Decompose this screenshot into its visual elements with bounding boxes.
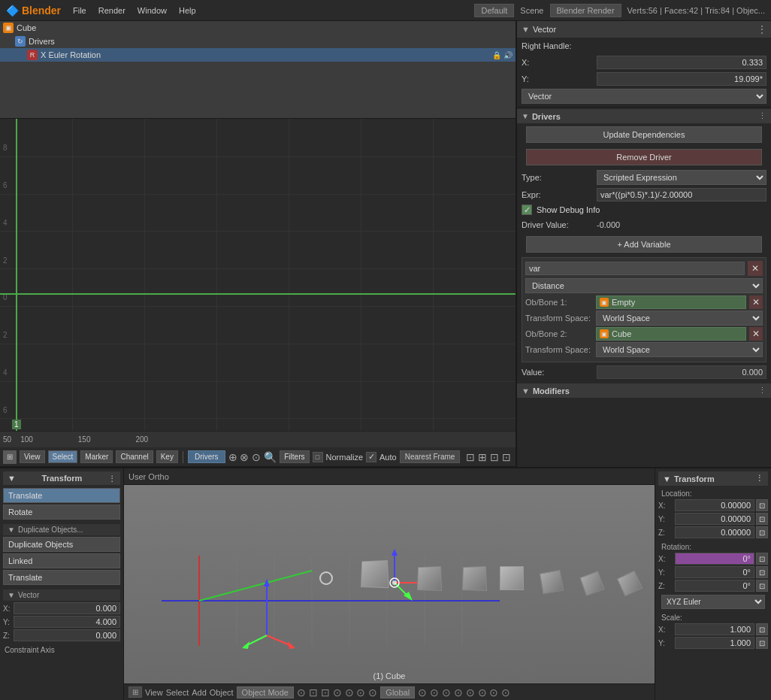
dp-ts2-select[interactable]: World Space	[596, 342, 763, 357]
empty-object	[319, 571, 333, 585]
dp-var-name-input[interactable]	[525, 262, 745, 275]
dp-addvar-wrapper: + Add Variable	[517, 233, 771, 256]
tb-drivers-btn[interactable]: Drivers	[188, 450, 225, 463]
grid-h1	[0, 156, 516, 157]
vf-global[interactable]: Global	[380, 686, 415, 698]
dp-dv-label: Driver Value:	[522, 220, 597, 229]
tb-icon[interactable]: ⊞	[3, 450, 17, 464]
cube-2	[417, 566, 442, 591]
vf-object[interactable]: Object	[210, 688, 234, 697]
dp-remove-btn[interactable]: Remove Driver	[526, 149, 762, 165]
pp-sy-btn[interactable]: ⊡	[756, 637, 768, 649]
grid-h3	[0, 231, 516, 232]
dp-addvar-btn[interactable]: + Add Variable	[526, 236, 762, 253]
dp-var-type-select[interactable]: Distance	[525, 278, 763, 293]
tb-normalize-check[interactable]: □	[313, 452, 323, 462]
tp-rotate-btn[interactable]: Rotate	[3, 505, 120, 520]
tp-translate2-btn[interactable]: Translate	[3, 570, 120, 585]
menu-window[interactable]: Window	[138, 6, 167, 15]
dp-x-value[interactable]: 0.333	[597, 56, 766, 69]
dp-ob1-close[interactable]: ✕	[749, 295, 763, 309]
pp-rz-btn[interactable]: ⊡	[756, 580, 768, 592]
tb-filters[interactable]: Filters	[280, 450, 309, 463]
tp-y-label: Y:	[3, 618, 14, 626]
outliner-drivers[interactable]: ↻ Drivers	[0, 35, 516, 48]
tb-channel[interactable]: Channel	[116, 450, 153, 463]
viewport-canvas[interactable]: (1) Cube	[124, 485, 655, 683]
dp-drivers-menu[interactable]: ⋮	[758, 111, 766, 121]
tb-view[interactable]: View	[20, 450, 45, 463]
pp-ly-btn[interactable]: ⊡	[756, 513, 768, 525]
pp-lz-val[interactable]: 0.00000	[675, 526, 754, 538]
dp-debug-check[interactable]: ✓	[522, 205, 532, 215]
pp-rx-btn[interactable]: ⊡	[756, 553, 768, 565]
dp-ob1-value[interactable]: ▣ Empty	[596, 295, 746, 309]
grid-h6	[0, 344, 516, 344]
vf-icon[interactable]: ⊞	[128, 686, 142, 698]
dp-vector-select[interactable]: Vector	[522, 89, 766, 104]
pp-lx-val[interactable]: 0.00000	[675, 499, 754, 511]
tb-auto-label: Auto	[379, 453, 397, 462]
dp-y-value[interactable]: 19.099*	[597, 72, 766, 86]
dp-ob2-close[interactable]: ✕	[749, 327, 763, 341]
render-engine[interactable]: Blender Render	[550, 4, 621, 17]
vf-view[interactable]: View	[145, 688, 163, 697]
pp-sx-btn[interactable]: ⊡	[756, 623, 768, 635]
pp-menu[interactable]: ⋮	[755, 474, 763, 483]
pp-scale-y: Y: 1.000 ⊡	[658, 637, 768, 649]
pp-sy-val[interactable]: 1.000	[675, 637, 754, 649]
tb-nearest-frame[interactable]: Nearest Frame	[400, 450, 461, 463]
menu-file[interactable]: File	[73, 6, 86, 15]
outliner-cube[interactable]: ▣ Cube	[0, 21, 516, 35]
cube-7	[617, 571, 643, 597]
dp-var-close-btn[interactable]: ✕	[748, 261, 763, 276]
dp-ob2-value[interactable]: ▣ Cube	[596, 327, 746, 341]
pp-sx-val[interactable]: 1.000	[675, 623, 754, 635]
pp-ry-val[interactable]: 0°	[675, 566, 754, 578]
dp-ts1-select[interactable]: World Space	[596, 311, 763, 326]
pp-ly-val[interactable]: 0.00000	[675, 513, 754, 525]
dp-modifiers-menu[interactable]: ⋮	[758, 386, 766, 395]
tp-dup-btn[interactable]: Duplicate Objects	[3, 537, 120, 552]
tp-y-value[interactable]: 4.000	[14, 616, 120, 628]
dp-val-label: Value:	[522, 368, 597, 377]
pp-rot-mode-select[interactable]: XYZ Euler	[661, 595, 765, 609]
grid-h8	[0, 418, 516, 419]
vf-right-icons: ⊙ ⊙ ⊙ ⊙ ⊙ ⊙ ⊙ ⊙	[418, 686, 510, 698]
tp-linked-btn[interactable]: Linked	[3, 553, 120, 568]
tp-vec-arrow: ▼	[8, 591, 15, 599]
graph-editor[interactable]: 8 6 4 2 0 2 4 6 1	[0, 119, 516, 431]
tp-duplicate-header: ▼ Duplicate Objects...	[3, 524, 120, 535]
viewport[interactable]: User Ortho	[124, 468, 655, 700]
tp-translate-btn[interactable]: Translate	[3, 488, 120, 503]
pp-rot-title: Rotation:	[658, 541, 768, 553]
tp-z-value[interactable]: 0.000	[14, 629, 120, 641]
dp-type-select[interactable]: Scripted Expression	[597, 170, 766, 185]
vf-add[interactable]: Add	[192, 688, 207, 697]
outliner-rotation[interactable]: R X Euler Rotation 🔒 🔊	[0, 48, 516, 62]
dp-update-btn[interactable]: Update Dependencies	[526, 126, 762, 143]
dp-vector-menu[interactable]: ⋮	[757, 24, 766, 35]
tb-select[interactable]: Select	[48, 450, 78, 463]
pp-rot-y: Y: 0° ⊡	[658, 566, 768, 578]
tp-constraint-label: Constraint Axis	[3, 643, 120, 657]
vf-select[interactable]: Select	[166, 688, 189, 697]
props-panel: ▼ Transform ⋮ Location: X: 0.00000 ⊡ Y: …	[655, 468, 771, 700]
tb-auto-check[interactable]: ✓	[366, 452, 376, 462]
vf-mode[interactable]: Object Mode	[237, 686, 294, 698]
dp-ob1-row: Ob/Bone 1: ▣ Empty ✕	[525, 295, 763, 309]
pp-lx-btn[interactable]: ⊡	[756, 499, 768, 511]
pp-ry-btn[interactable]: ⊡	[756, 566, 768, 578]
menu-render[interactable]: Render	[98, 6, 125, 15]
tb-key[interactable]: Key	[156, 450, 178, 463]
dp-expr-label: Expr:	[522, 190, 597, 199]
tb-marker[interactable]: Marker	[80, 450, 113, 463]
dp-expr-input[interactable]	[597, 188, 766, 202]
tp-arrow: ▼	[8, 474, 16, 483]
pp-lz-btn[interactable]: ⊡	[756, 526, 768, 538]
menu-help[interactable]: Help	[179, 6, 196, 15]
pp-rz-val[interactable]: 0°	[675, 580, 754, 592]
tp-x-value[interactable]: 0.000	[14, 602, 120, 614]
pp-rx-val[interactable]: 0°	[675, 553, 754, 565]
workspace-selector[interactable]: Default	[474, 4, 514, 17]
